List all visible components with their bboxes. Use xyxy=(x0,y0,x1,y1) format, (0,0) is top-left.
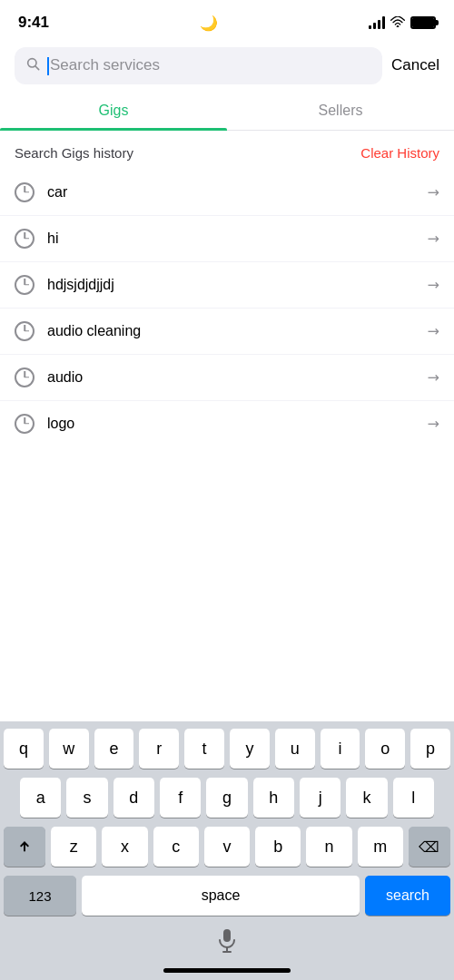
search-input-wrapper[interactable]: Search services xyxy=(15,47,382,84)
cancel-button[interactable]: Cancel xyxy=(391,56,439,74)
list-item[interactable]: car ↗ xyxy=(0,170,454,216)
key-n[interactable]: n xyxy=(306,827,351,867)
search-key[interactable]: search xyxy=(365,876,450,916)
keyboard-row-2: a s d f g h j k l xyxy=(4,778,450,818)
tab-sellers[interactable]: Sellers xyxy=(227,92,454,130)
history-item-text: hi xyxy=(47,230,415,247)
key-i[interactable]: i xyxy=(321,729,360,769)
clock-icon xyxy=(15,414,35,434)
key-h[interactable]: h xyxy=(253,778,294,818)
key-t[interactable]: t xyxy=(184,729,224,769)
key-w[interactable]: w xyxy=(49,729,89,769)
key-m[interactable]: m xyxy=(358,827,403,867)
list-item[interactable]: logo ↗ xyxy=(0,401,454,446)
key-u[interactable]: u xyxy=(275,729,315,769)
status-time: 9:41 xyxy=(18,14,49,32)
arrow-icon: ↗ xyxy=(423,228,444,249)
search-input-text: Search services xyxy=(47,56,160,75)
wifi-icon xyxy=(390,15,405,30)
history-section-label: Search Gigs history xyxy=(15,145,133,161)
arrow-icon: ↗ xyxy=(423,274,444,295)
list-item[interactable]: audio ↗ xyxy=(0,355,454,401)
key-y[interactable]: y xyxy=(230,729,270,769)
microphone-icon[interactable] xyxy=(216,928,238,959)
history-item-text: hdjsjdjdjjdj xyxy=(47,277,415,293)
arrow-icon: ↗ xyxy=(423,181,444,202)
key-s[interactable]: s xyxy=(66,778,107,818)
key-f[interactable]: f xyxy=(160,778,201,818)
list-item[interactable]: hi ↗ xyxy=(0,216,454,262)
history-item-text: car xyxy=(47,184,415,201)
svg-point-0 xyxy=(397,25,400,27)
numbers-key[interactable]: 123 xyxy=(4,876,76,916)
status-bar: 9:41 🌙 xyxy=(0,0,454,40)
history-item-text: audio xyxy=(47,369,415,386)
arrow-icon: ↗ xyxy=(423,320,444,341)
key-z[interactable]: z xyxy=(51,827,96,867)
search-glass-icon xyxy=(25,56,40,74)
keyboard: q w e r t y u i o p a s d f g h j k l z … xyxy=(0,721,454,980)
history-item-text: audio cleaning xyxy=(47,323,415,339)
key-r[interactable]: r xyxy=(139,729,179,769)
key-v[interactable]: v xyxy=(204,827,250,867)
shift-key[interactable] xyxy=(4,827,45,867)
key-g[interactable]: g xyxy=(206,778,247,818)
history-header: Search Gigs history Clear History xyxy=(0,131,454,170)
key-q[interactable]: q xyxy=(4,729,44,769)
tabs: Gigs Sellers xyxy=(0,92,454,131)
home-indicator xyxy=(4,963,450,980)
key-j[interactable]: j xyxy=(300,778,340,818)
space-label: space xyxy=(202,887,241,904)
clear-history-button[interactable]: Clear History xyxy=(360,145,439,161)
clock-icon xyxy=(15,182,35,202)
search-key-label: search xyxy=(386,887,429,904)
history-item-text: logo xyxy=(47,416,415,432)
key-e[interactable]: e xyxy=(94,729,134,769)
arrow-icon: ↗ xyxy=(423,367,444,387)
search-cursor xyxy=(47,57,49,75)
keyboard-row-1: q w e r t y u i o p xyxy=(4,729,450,769)
status-icons xyxy=(369,15,436,30)
space-key[interactable]: space xyxy=(82,876,360,916)
key-l[interactable]: l xyxy=(393,778,434,818)
key-d[interactable]: d xyxy=(114,778,154,818)
home-bar xyxy=(163,968,291,973)
key-c[interactable]: c xyxy=(153,827,199,867)
history-list: car ↗ hi ↗ hdjsjdjdjjdj ↗ audio cleaning… xyxy=(0,170,454,446)
keyboard-bottom-row: 123 space search xyxy=(4,876,450,916)
search-placeholder: Search services xyxy=(50,56,160,74)
list-item[interactable]: audio cleaning ↗ xyxy=(0,309,454,355)
signal-bars-icon xyxy=(369,16,385,29)
svg-line-2 xyxy=(35,66,39,70)
key-b[interactable]: b xyxy=(255,827,301,867)
delete-key[interactable]: ⌫ xyxy=(409,827,450,867)
key-k[interactable]: k xyxy=(346,778,387,818)
clock-icon xyxy=(15,368,35,387)
keyboard-row-3: z x c v b n m ⌫ xyxy=(4,827,450,867)
key-o[interactable]: o xyxy=(365,729,405,769)
arrow-icon: ↗ xyxy=(423,413,444,434)
key-p[interactable]: p xyxy=(410,729,450,769)
key-a[interactable]: a xyxy=(20,778,61,818)
clock-icon xyxy=(15,321,35,341)
tab-gigs[interactable]: Gigs xyxy=(0,92,227,130)
clock-icon xyxy=(15,229,35,249)
mic-row xyxy=(4,921,450,963)
moon-icon: 🌙 xyxy=(200,15,218,32)
search-bar-container: Search services Cancel xyxy=(0,40,454,92)
key-x[interactable]: x xyxy=(102,827,147,867)
battery-icon xyxy=(410,16,436,29)
svg-rect-4 xyxy=(223,929,231,942)
clock-icon xyxy=(15,275,35,295)
list-item[interactable]: hdjsjdjdjjdj ↗ xyxy=(0,262,454,309)
